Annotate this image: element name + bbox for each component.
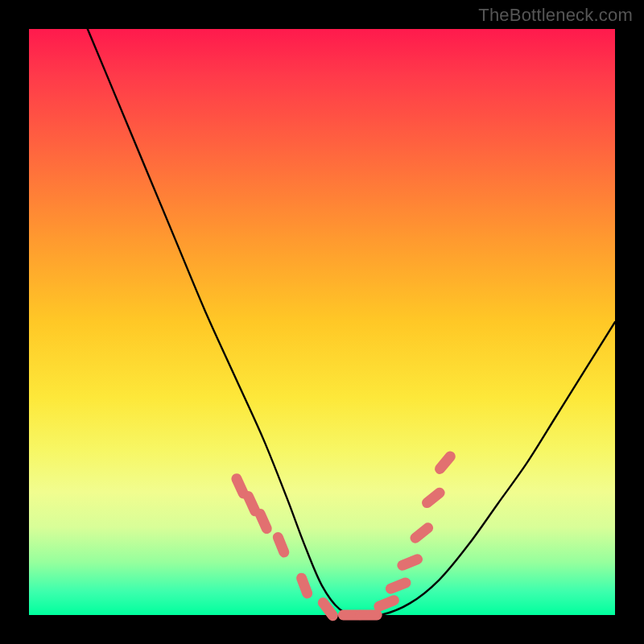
bottleneck-curve — [88, 29, 615, 616]
highlight-dot — [260, 514, 266, 528]
highlight-dot — [249, 497, 255, 511]
highlight-dot — [415, 528, 428, 539]
curve-svg — [29, 29, 615, 615]
highlight-dot — [278, 537, 284, 552]
highlight-dot — [237, 479, 243, 493]
highlight-dots — [237, 456, 450, 616]
chart-frame: TheBottleneck.com — [0, 0, 644, 644]
highlight-dot — [402, 559, 418, 565]
highlight-dot — [390, 583, 406, 588]
plot-area — [29, 29, 615, 615]
highlight-dot — [323, 603, 332, 616]
highlight-dot — [379, 601, 394, 607]
highlight-dot — [440, 456, 451, 469]
highlight-dot — [302, 578, 308, 593]
highlight-dot — [427, 493, 440, 502]
watermark-label: TheBottleneck.com — [478, 5, 633, 26]
